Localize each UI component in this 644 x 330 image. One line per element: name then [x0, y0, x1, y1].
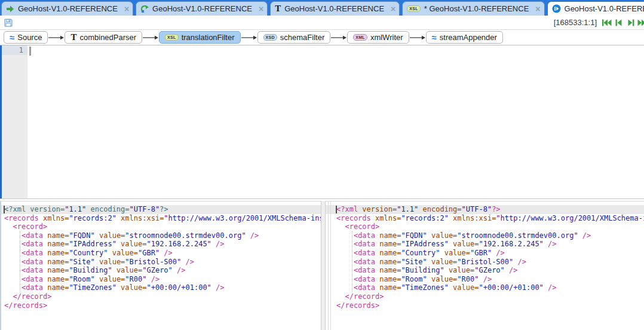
- text-cursor: [336, 206, 337, 213]
- code-token: />: [505, 266, 518, 274]
- code-line: </record>: [1, 292, 321, 301]
- next-record-button[interactable]: [625, 18, 636, 28]
- tab-feed[interactable]: GeoHost-V1.0-REFERENCE ×: [1, 1, 133, 16]
- code-token: "Building": [401, 266, 444, 274]
- code-token: value=: [431, 258, 457, 266]
- pipeline-element-xmlwriter[interactable]: XML xmlWriter: [347, 31, 409, 44]
- xslt-editor[interactable]: 1: [0, 45, 644, 198]
- code-line: <data name="Room" value="R00" />: [326, 275, 644, 284]
- code-token: "stroomnode00.strmdev00.org": [457, 231, 578, 240]
- code-token: [4, 258, 22, 266]
- code-token: <data: [22, 240, 47, 248]
- element-label: streamAppender: [440, 33, 497, 42]
- code-token: [336, 222, 345, 231]
- code-line: <data name="TimeZones" value="+00:00/+01…: [1, 283, 321, 292]
- code-token: [4, 292, 13, 301]
- code-token: "Site": [69, 258, 94, 266]
- tab-label: GeoHost-V1.0-REFERENCE: [565, 4, 644, 13]
- code-token: <?xml version=: [4, 205, 65, 213]
- first-record-button[interactable]: [602, 18, 612, 28]
- code-token: <records: [4, 214, 43, 222]
- tab-label: GeoHost-V1.0-REFERENCE: [18, 4, 118, 13]
- stream-icon: ≈: [10, 33, 14, 42]
- pipeline-element-source[interactable]: ≈ Source: [4, 31, 48, 44]
- code-token: value=: [99, 275, 125, 283]
- pipeline-arrow: [331, 32, 346, 43]
- code-token: name=: [379, 258, 401, 266]
- code-token: name=: [47, 249, 69, 257]
- previous-record-button[interactable]: [614, 18, 624, 28]
- code-token: value=: [99, 231, 125, 240]
- code-token: "Site": [401, 258, 427, 266]
- code-token: <record>: [13, 222, 47, 231]
- code-line: <data name="Building" value="GZero" />: [326, 266, 644, 275]
- code-token: [4, 240, 22, 248]
- code-token: <data: [354, 258, 379, 266]
- code-token: name=: [47, 275, 69, 283]
- pipeline-element-schemafilter[interactable]: XSD schemaFilter: [257, 31, 331, 44]
- code-token: [4, 275, 22, 283]
- tab-label: * GeoHost-V1.0-REFERENCE: [424, 4, 529, 13]
- code-line: <data name="TimeZones" value="+00:00/+01…: [326, 283, 644, 292]
- close-icon[interactable]: ×: [124, 5, 129, 13]
- code-token: encoding=: [86, 205, 129, 213]
- code-token: />: [181, 258, 194, 266]
- last-record-button[interactable]: [637, 18, 644, 28]
- close-icon[interactable]: ×: [535, 5, 540, 13]
- pipeline-element-streamappender[interactable]: ≈ streamAppender: [426, 31, 503, 44]
- xml-badge-icon: XML: [353, 34, 367, 41]
- output-pane[interactable]: <?xml version="1.1" encoding="UTF-8"?><r…: [326, 201, 644, 330]
- input-pane[interactable]: <?xml version="1.1" encoding="UTF-8"?><r…: [0, 201, 321, 330]
- indent-guide: [352, 231, 352, 292]
- close-icon[interactable]: ×: [259, 5, 263, 13]
- xsd-badge-icon: XSD: [263, 34, 277, 41]
- pipeline-element-translationfilter[interactable]: XSL translationFilter: [159, 31, 240, 44]
- code-token: "R00": [457, 275, 479, 283]
- code-token: "1.1": [397, 205, 418, 213]
- code-token: xmlns=: [43, 214, 69, 222]
- code-token: [112, 266, 116, 274]
- code-token: value=: [453, 240, 479, 248]
- code-line: <data name="Site" value="Bristol-S00" />: [1, 258, 321, 267]
- save-icon[interactable]: [4, 18, 13, 28]
- code-token: [95, 258, 99, 266]
- pipeline-element-combinedparser[interactable]: T combinedParser: [65, 31, 142, 44]
- code-line: <data name="IPAddress" value="192.168.2.…: [326, 240, 644, 249]
- code-line: </record>: [326, 292, 644, 301]
- code-line: <record>: [326, 222, 644, 231]
- code-token: "Room": [69, 275, 94, 283]
- tab-text-converter[interactable]: T GeoHost-V1.0-REFERENCE ×: [270, 1, 400, 16]
- vertical-splitter[interactable]: [321, 201, 326, 330]
- code-token: "FQDN": [69, 231, 94, 240]
- code-token: value=: [453, 283, 479, 292]
- code-token: [336, 258, 354, 266]
- tab-bar: GeoHost-V1.0-REFERENCE × GeoHost-V1.0-RE…: [0, 0, 644, 16]
- code-token: [95, 275, 99, 283]
- code-token: name=: [47, 231, 69, 240]
- code-token: [336, 240, 354, 248]
- code-token: [4, 231, 22, 240]
- code-token: "http://www.w3.org/2001/XMLSchema-instan…: [164, 214, 321, 222]
- code-token: "TimeZones": [401, 283, 448, 292]
- code-token: <data: [22, 275, 47, 283]
- tab-pipeline[interactable]: GeoHost-V1.0-REFERENCE ×: [136, 1, 268, 16]
- code-token: "GZero": [142, 266, 173, 274]
- code-token: value=: [431, 231, 457, 240]
- tab-stepping[interactable]: GeoHost-V1.0-REFERENCE ×: [547, 1, 644, 16]
- code-token: </record>: [345, 292, 384, 301]
- code-token: <data: [22, 249, 47, 257]
- code-token: "http://www.w3.org/2001/XMLSchema-instan…: [496, 214, 644, 222]
- code-line: <data name="Building" value="GZero" />: [1, 266, 321, 275]
- code-token: </records>: [4, 301, 47, 310]
- xslt-icon: XSL: [407, 5, 421, 12]
- code-token: <data: [22, 266, 47, 274]
- code-token: value=: [99, 258, 125, 266]
- code-token: value=: [121, 240, 146, 248]
- code-token: ?>: [160, 205, 168, 213]
- text-cursor: [4, 206, 5, 213]
- pipeline-element-bar: ≈ Source T combinedParser XSL translatio…: [0, 30, 644, 45]
- close-icon[interactable]: ×: [391, 5, 395, 13]
- code-token: value=: [449, 266, 474, 274]
- tab-xslt[interactable]: XSL * GeoHost-V1.0-REFERENCE ×: [402, 1, 544, 16]
- tab-label: GeoHost-V1.0-REFERENCE: [284, 4, 384, 13]
